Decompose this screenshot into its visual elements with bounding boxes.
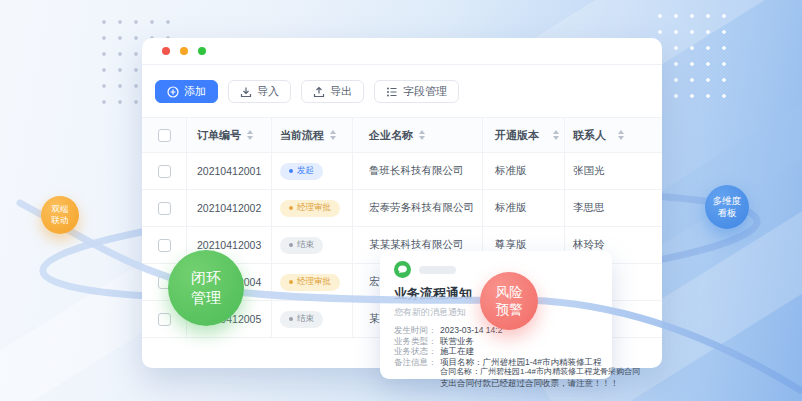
traffic-light-green[interactable] — [198, 47, 206, 55]
bubble-label: 管理 — [191, 288, 221, 308]
window-titlebar — [142, 38, 662, 65]
bubble-label: 风险 — [496, 284, 523, 301]
contact-name: 林玲玲 — [573, 238, 605, 252]
import-button-label: 导入 — [257, 84, 279, 99]
notification-field: 支出合同付款已经超过合同收票，请注意！！！ — [394, 378, 600, 389]
table-row[interactable]: 20210412001 发起 鲁班长科技有限公司 标准版 张国光 — [142, 153, 662, 190]
sort-icon[interactable] — [330, 130, 336, 140]
export-button-label: 导出 — [330, 84, 352, 99]
version: 尊享版 — [495, 238, 527, 252]
feature-bubble-risk-warning: 风险 预警 — [480, 272, 538, 330]
status-badge: 经理审批 — [280, 274, 340, 291]
order-number: 20210412002 — [197, 202, 261, 214]
traffic-light-yellow[interactable] — [180, 47, 188, 55]
field-manage-button[interactable]: 字段管理 — [374, 80, 459, 103]
bubble-label: 闭环 — [191, 268, 221, 288]
sort-icon[interactable] — [419, 130, 425, 140]
notification-field: 合同名称：广州碧桂园1-4#市内精装修工程龙骨采购合同 — [394, 367, 600, 378]
row-checkbox[interactable] — [158, 165, 171, 178]
feature-bubble-dual-link: 双端 联动 — [41, 196, 79, 234]
notification-field: 业务类型：联营业务 — [394, 336, 600, 347]
sort-icon[interactable] — [618, 130, 624, 140]
company-name: 某某某科技有限公司 — [369, 238, 464, 252]
import-icon — [240, 86, 252, 98]
column-header-flow[interactable]: 当前流程 — [280, 128, 324, 143]
contact-name: 李思思 — [573, 201, 605, 215]
feature-bubble-dashboard: 多维度 看板 — [705, 185, 749, 229]
column-header-contact[interactable]: 联系人 — [573, 128, 606, 143]
bubble-label: 多维度 — [713, 195, 742, 208]
order-number: 20210412001 — [197, 165, 261, 177]
export-button[interactable]: 导出 — [301, 80, 364, 103]
contact-name: 张国光 — [573, 164, 605, 178]
column-header-company[interactable]: 企业名称 — [369, 128, 413, 143]
version: 标准版 — [495, 164, 527, 178]
row-checkbox[interactable] — [158, 313, 171, 326]
export-icon — [313, 86, 325, 98]
company-name: 鲁班长科技有限公司 — [369, 164, 464, 178]
notification-fields: 发生时间：2023-03-14 14:2 业务类型：联营业务 业务状态：施工在建… — [394, 325, 600, 388]
placeholder-bar — [419, 266, 456, 274]
status-badge: 结束 — [280, 237, 323, 254]
bubble-label: 双端 — [52, 204, 69, 215]
bubble-label: 预警 — [496, 301, 523, 318]
import-button[interactable]: 导入 — [228, 80, 291, 103]
chat-bubble-icon — [394, 261, 411, 278]
notification-field: 业务状态：施工在建 — [394, 346, 600, 357]
column-header-version[interactable]: 开通版本 — [495, 128, 539, 143]
table-row[interactable]: 20210412002 经理审批 宏泰劳务科技有限公司 标准版 李思思 — [142, 190, 662, 227]
status-badge: 发起 — [280, 163, 323, 180]
dot-grid-pattern — [652, 8, 736, 108]
notification-field: 备注信息：项目名称：广州碧桂园1-4#市内精装修工程 — [394, 357, 600, 368]
bubble-label: 看板 — [718, 207, 737, 220]
sort-icon[interactable] — [247, 130, 253, 140]
add-button[interactable]: 添加 — [155, 80, 218, 103]
screenshot-root: 添加 导入 导出 字段管理 — [0, 0, 802, 401]
toolbar: 添加 导入 导出 字段管理 — [155, 80, 459, 103]
row-checkbox[interactable] — [158, 202, 171, 215]
row-checkbox[interactable] — [158, 239, 171, 252]
table-header-row: 订单编号 当前流程 企业名称 开通版本 联系人 — [142, 117, 662, 153]
list-icon — [386, 86, 398, 98]
add-button-label: 添加 — [184, 84, 206, 99]
column-header-order[interactable]: 订单编号 — [197, 128, 241, 143]
field-manage-button-label: 字段管理 — [403, 84, 447, 99]
version: 标准版 — [495, 201, 527, 215]
select-all-checkbox[interactable] — [158, 129, 171, 142]
traffic-light-red[interactable] — [162, 47, 170, 55]
bubble-label: 联动 — [52, 215, 69, 226]
status-badge: 结束 — [280, 311, 323, 328]
status-badge: 经理审批 — [280, 200, 340, 217]
feature-bubble-closed-loop: 闭环 管理 — [168, 250, 244, 326]
sort-icon[interactable] — [553, 130, 559, 140]
plus-circle-icon — [167, 86, 179, 98]
company-name: 宏泰劳务科技有限公司 — [369, 201, 474, 215]
